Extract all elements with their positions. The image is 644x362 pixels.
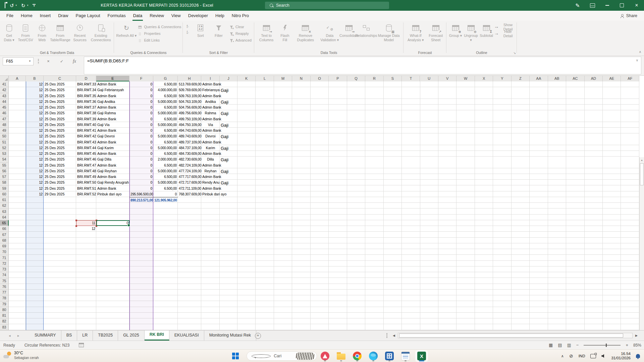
alarm-off-icon[interactable]: ⊘ bbox=[569, 353, 573, 359]
menu-tab-insert[interactable]: Insert bbox=[36, 11, 55, 21]
row-header-65[interactable]: 65 bbox=[0, 220, 9, 226]
cell-C44[interactable]: 25 Des 2025 bbox=[44, 99, 76, 105]
cell-I58[interactable]: Rendy Anu bbox=[201, 180, 220, 185]
cell-F42[interactable]: 0 bbox=[129, 87, 153, 93]
search-box[interactable]: Search bbox=[265, 2, 389, 9]
cell-D46[interactable]: BRI.RMT.38 bbox=[76, 110, 96, 116]
cell-I43[interactable]: Admin Bank bbox=[201, 93, 220, 99]
cell-I42[interactable]: Febriansya bbox=[201, 87, 220, 93]
column-header-u[interactable]: U bbox=[420, 76, 438, 81]
cell-D49[interactable]: BRI.RMT.41 bbox=[76, 128, 96, 133]
cell-C57[interactable]: 25 Des 2025 bbox=[44, 174, 76, 180]
new-sheet-button[interactable]: + bbox=[255, 333, 261, 339]
cell-H43[interactable]: 509.763.109,00 bbox=[178, 93, 201, 99]
cell-F61[interactable]: 890.213.571,00 bbox=[129, 197, 153, 203]
cell-D47[interactable]: BRI.RMT.39 bbox=[76, 116, 96, 122]
column-header-j[interactable]: J bbox=[220, 76, 237, 81]
cell-J54[interactable]: Gaji bbox=[220, 157, 237, 162]
row-header-83[interactable]: 83 bbox=[0, 324, 9, 330]
hidden-icons-chevron-icon[interactable]: ∧ bbox=[561, 354, 564, 358]
cell-J44[interactable]: Gaji bbox=[220, 99, 237, 105]
cell-C48[interactable]: 25 Des 2025 bbox=[44, 122, 76, 128]
ribbon-button-hide-detail[interactable]: −≡Hide Detail bbox=[494, 31, 516, 37]
column-header-ac[interactable]: AC bbox=[566, 76, 584, 81]
row-header-81[interactable]: 81 bbox=[0, 313, 9, 318]
cell-H53[interactable]: 484.730.609,00 bbox=[178, 151, 201, 157]
ribbon-button-show-detail[interactable]: +≡Show Detail bbox=[494, 24, 516, 30]
cell-D53[interactable]: BRI.RMT.45 bbox=[76, 151, 96, 157]
cell-H59[interactable]: 472.711.109,00 bbox=[178, 186, 201, 191]
row-header-53[interactable]: 53 bbox=[0, 151, 9, 157]
row-header-68[interactable]: 68 bbox=[0, 238, 9, 243]
cell-C54[interactable]: 25 Des 2025 bbox=[44, 157, 76, 162]
row-header-61[interactable]: 61 bbox=[0, 197, 9, 203]
sheet-tab-lr[interactable]: LR bbox=[77, 330, 93, 341]
menu-tab-home[interactable]: Home bbox=[17, 11, 36, 21]
horizontal-scrollbar[interactable] bbox=[398, 333, 633, 338]
undo-icon[interactable]: ↺ bbox=[10, 3, 14, 8]
cell-E41[interactable]: Admin Bank bbox=[96, 81, 129, 87]
row-header-69[interactable]: 69 bbox=[0, 243, 9, 249]
row-header-52[interactable]: 52 bbox=[0, 145, 9, 151]
cell-E65[interactable]: 0 bbox=[96, 220, 129, 226]
cell-G42[interactable]: 4.000.000,00 bbox=[153, 87, 178, 93]
close-button[interactable]: × bbox=[629, 0, 644, 11]
minimize-button[interactable] bbox=[600, 0, 614, 11]
menu-tab-file[interactable]: File bbox=[3, 11, 17, 21]
row-header-58[interactable]: 58 bbox=[0, 180, 9, 185]
ribbon-button-flash-fill[interactable]: Flash Fill bbox=[277, 23, 292, 43]
cell-J52[interactable]: Gaji bbox=[220, 145, 237, 151]
page-break-view-icon[interactable]: ▥ bbox=[567, 343, 571, 347]
menu-tab-page-layout[interactable]: Page Layout bbox=[72, 11, 104, 21]
zoom-slider-thumb[interactable] bbox=[606, 344, 607, 347]
ribbon-button-edit-links[interactable]: Edit Links bbox=[138, 38, 181, 43]
cell-H60[interactable]: 768.307.609,00 bbox=[178, 191, 201, 197]
confirm-formula-icon[interactable]: ✓ bbox=[58, 57, 66, 65]
cell-F59[interactable]: 0 bbox=[129, 186, 153, 191]
taskbar-app-calculator[interactable] bbox=[383, 350, 396, 362]
ribbon-button-existing-connections[interactable]: Existing Connections bbox=[89, 23, 113, 43]
cell-G41[interactable]: 6.500,00 bbox=[153, 81, 178, 87]
zoom-level[interactable]: 85% bbox=[633, 343, 641, 348]
cell-G50[interactable]: 5.000.000,00 bbox=[153, 133, 178, 139]
cell-H46[interactable]: 499.756.609,00 bbox=[178, 110, 201, 116]
redo-icon[interactable]: ↻ bbox=[21, 3, 25, 8]
ribbon-button-queries-connections[interactable]: Queries & Connections bbox=[138, 24, 181, 30]
ribbon-button-clear[interactable]: ×Clear bbox=[229, 24, 252, 30]
cell-H47[interactable]: 499.750.109,00 bbox=[178, 116, 201, 122]
cell-G48[interactable]: 5.000.000,00 bbox=[153, 122, 178, 128]
taskbar-app-edge[interactable] bbox=[367, 350, 380, 362]
clock[interactable]: 16.54 31/01/2026 bbox=[611, 352, 631, 360]
sheet-tab-tb2025[interactable]: TB2025 bbox=[93, 330, 118, 341]
cell-H57[interactable]: 477.717.609,00 bbox=[178, 174, 201, 180]
cell-C41[interactable]: 25 Des 2025 bbox=[44, 81, 76, 87]
cell-F47[interactable]: 0 bbox=[129, 116, 153, 122]
cell-H49[interactable]: 494.743.609,00 bbox=[178, 128, 201, 133]
scroll-right-icon[interactable]: ▶ bbox=[634, 333, 639, 338]
cell-E50[interactable]: Gaji Devroi bbox=[96, 133, 129, 139]
cell-F41[interactable]: 0 bbox=[129, 81, 153, 87]
row-header-46[interactable]: 46 bbox=[0, 110, 9, 116]
sheet-tab-rk-bri[interactable]: RK BRI bbox=[145, 330, 169, 341]
formula-input[interactable]: =SUMIF(B:B;D65;F:F ∨ bbox=[84, 57, 641, 74]
cell-H44[interactable]: 504.763.109,00 bbox=[178, 99, 201, 105]
cell-C46[interactable]: 25 Des 2025 bbox=[44, 110, 76, 116]
column-header-m[interactable]: M bbox=[274, 76, 292, 81]
cell-E51[interactable]: Admin Bank bbox=[96, 139, 129, 145]
zoom-slider[interactable] bbox=[584, 345, 621, 346]
cell-E52[interactable]: Gaji Karim bbox=[96, 145, 129, 151]
cell-F43[interactable]: 0 bbox=[129, 93, 153, 99]
cell-F51[interactable]: 0 bbox=[129, 139, 153, 145]
cell-G46[interactable]: 5.000.000,00 bbox=[153, 110, 178, 116]
cell-F44[interactable]: 0 bbox=[129, 99, 153, 105]
cell-D45[interactable]: BRI.RMT.37 bbox=[76, 105, 96, 110]
cell-G45[interactable]: 6.500,00 bbox=[153, 105, 178, 110]
cell-B57[interactable]: 12 bbox=[26, 174, 44, 180]
row-header-80[interactable]: 80 bbox=[0, 307, 9, 313]
horizontal-scroll-thumb[interactable] bbox=[399, 334, 623, 338]
column-header-e[interactable]: E bbox=[96, 76, 129, 81]
cell-J56[interactable]: Gaji bbox=[220, 168, 237, 174]
row-header-54[interactable]: 54 bbox=[0, 157, 9, 162]
cell-H48[interactable]: 494.750.109,00 bbox=[178, 122, 201, 128]
vertical-scroll-thumb[interactable] bbox=[640, 163, 644, 185]
